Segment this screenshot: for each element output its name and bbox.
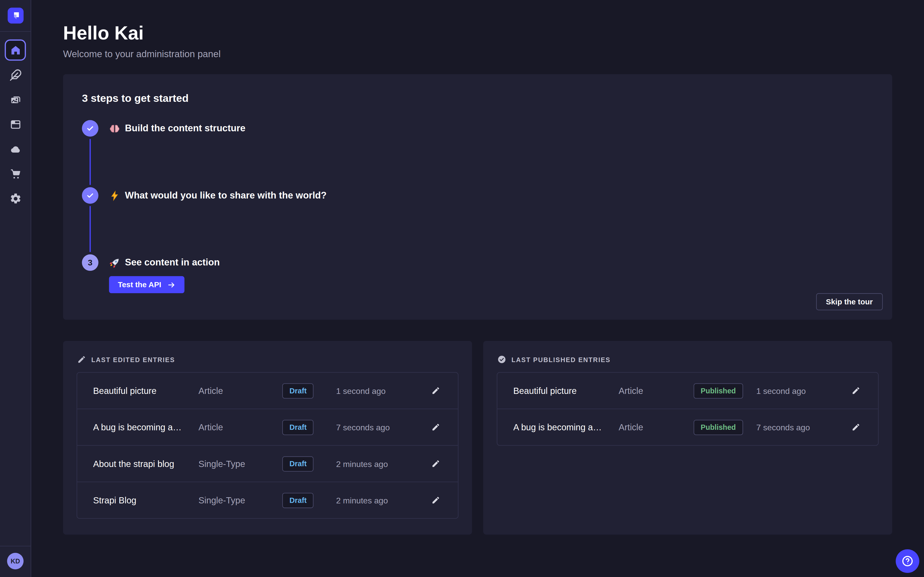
step-text: What would you like to share with the wo… (125, 190, 327, 201)
status-badge: Draft (282, 419, 313, 435)
entry-time: 1 second ago (336, 386, 428, 395)
page-subtitle: Welcome to your administration panel (63, 49, 924, 60)
entry-type: Article (619, 386, 688, 396)
check-icon (86, 124, 94, 132)
last-published-title: LAST PUBLISHED ENTRIES (512, 356, 611, 363)
edit-entry-button[interactable] (428, 382, 444, 399)
user-avatar[interactable]: KD (7, 553, 24, 569)
step-done-marker (82, 187, 98, 204)
strapi-logo[interactable] (7, 8, 23, 24)
sidebar-item-media-library[interactable] (5, 89, 26, 110)
gear-icon (9, 192, 21, 205)
last-edited-title: LAST EDITED ENTRIES (91, 356, 175, 363)
cloud-icon (9, 143, 21, 155)
step-text: Build the content structure (125, 123, 246, 134)
skip-tour-button[interactable]: Skip the tour (816, 293, 883, 310)
step-connector (90, 139, 91, 185)
entry-time: 1 second ago (756, 386, 848, 395)
sidebar-bottom: KD (0, 546, 31, 577)
check-icon (86, 191, 94, 200)
sidebar-item-settings[interactable] (5, 188, 26, 209)
pencil-icon (431, 496, 440, 504)
onboarding-card: 3 steps to get started Build the content… (63, 74, 892, 319)
table-row: About the strapi blog Single-Type Draft … (77, 445, 458, 482)
entry-title: A bug is becoming a… (93, 422, 199, 432)
edit-entry-button[interactable] (428, 455, 444, 472)
onboarding-step-3: 3 See content in action (82, 255, 873, 271)
entries-row: LAST EDITED ENTRIES Beautiful picture Ar… (63, 341, 892, 534)
edit-entry-button[interactable] (848, 419, 864, 435)
entry-title: About the strapi blog (93, 459, 199, 469)
entry-type: Single-Type (199, 495, 268, 505)
table-row: Beautiful picture Article Draft 1 second… (77, 372, 458, 408)
pencil-icon (851, 422, 860, 431)
status-badge-wrap: Draft (268, 383, 328, 398)
sidebar-item-marketplace[interactable] (5, 163, 26, 184)
status-badge: Draft (282, 493, 313, 508)
home-icon (9, 44, 21, 56)
step-label: What would you like to share with the wo… (109, 190, 327, 201)
step-label: See content in action (109, 257, 220, 268)
status-badge-wrap: Draft (268, 493, 328, 508)
edit-entry-button[interactable] (428, 419, 444, 435)
pencil-icon (431, 422, 440, 431)
table-row: A bug is becoming a… Article Published 7… (498, 408, 878, 445)
entry-time: 2 minutes ago (336, 459, 428, 469)
pencil-icon (431, 459, 440, 468)
table-row: Strapi Blog Single-Type Draft 2 minutes … (77, 482, 458, 518)
entry-type: Article (619, 422, 688, 432)
pencil-icon (77, 355, 86, 364)
entry-type: Single-Type (199, 459, 268, 469)
media-library-icon (9, 93, 21, 106)
strapi-logo-icon (8, 9, 22, 22)
onboarding-title: 3 steps to get started (82, 92, 873, 105)
onboarding-step-1: Build the content structure (82, 120, 873, 137)
edit-entry-button[interactable] (428, 492, 444, 508)
question-circle-icon (901, 555, 914, 568)
step-done-marker (82, 120, 98, 137)
sidebar-item-deploy[interactable] (5, 139, 26, 160)
entry-title: Beautiful picture (513, 386, 619, 396)
step-number-marker: 3 (82, 255, 98, 271)
pencil-icon (851, 386, 860, 395)
entry-title: A bug is becoming a… (513, 422, 619, 432)
last-published-card: LAST PUBLISHED ENTRIES Beautiful picture… (483, 341, 892, 534)
last-edited-header: LAST EDITED ENTRIES (76, 355, 459, 364)
page-title: Hello Kai (63, 22, 924, 44)
status-badge: Published (693, 383, 743, 398)
status-badge: Published (693, 419, 743, 435)
layout-icon (9, 118, 21, 130)
status-badge-wrap: Published (688, 383, 748, 398)
table-row: Beautiful picture Article Published 1 se… (498, 372, 878, 408)
pencil-icon (431, 386, 440, 395)
cart-icon (9, 168, 21, 180)
status-badge: Draft (282, 383, 313, 398)
table-row: A bug is becoming a… Article Draft 7 sec… (77, 408, 458, 445)
edit-entry-button[interactable] (848, 382, 864, 399)
entry-time: 7 seconds ago (336, 422, 428, 432)
entry-title: Strapi Blog (93, 495, 199, 505)
status-badge: Draft (282, 456, 313, 471)
entry-type: Article (199, 422, 268, 432)
step-connector (90, 206, 91, 252)
main-content: Hello Kai Welcome to your administration… (31, 0, 924, 577)
last-edited-card: LAST EDITED ENTRIES Beautiful picture Ar… (63, 341, 472, 534)
check-circle-icon (498, 355, 506, 364)
sidebar-item-content-type-builder[interactable] (5, 114, 26, 135)
entry-type: Article (199, 386, 268, 396)
entry-time: 2 minutes ago (336, 495, 428, 505)
status-badge-wrap: Published (688, 419, 748, 435)
sidebar: KD (0, 0, 31, 577)
sidebar-item-home[interactable] (5, 39, 26, 61)
sidebar-item-content-manager[interactable] (5, 64, 26, 85)
lightning-emoji (109, 190, 120, 201)
test-api-label: Test the API (118, 280, 161, 289)
last-edited-table: Beautiful picture Article Draft 1 second… (76, 372, 459, 519)
app-root: KD Hello Kai Welcome to your administrat… (0, 0, 924, 577)
last-published-header: LAST PUBLISHED ENTRIES (497, 355, 879, 364)
test-api-button[interactable]: Test the API (109, 276, 184, 293)
onboarding-step-2: What would you like to share with the wo… (82, 187, 873, 204)
sidebar-divider-bottom (0, 546, 31, 546)
arrow-right-icon (167, 280, 175, 289)
help-button[interactable] (896, 549, 919, 573)
